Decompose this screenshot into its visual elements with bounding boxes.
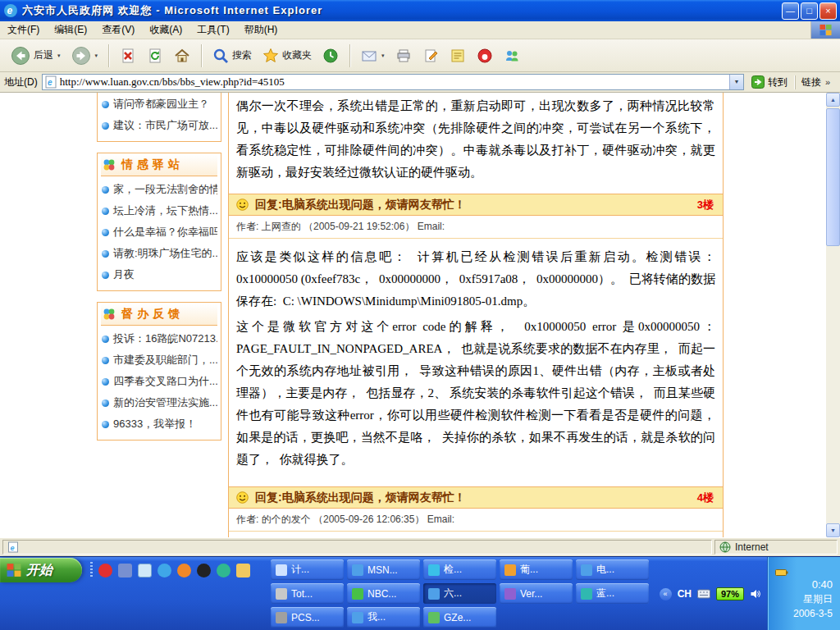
history-button[interactable] (318, 45, 343, 66)
sidebar-link[interactable]: 投诉：16路皖N07213... (101, 328, 217, 349)
ie-quicklaunch-icon[interactable] (158, 564, 171, 578)
fetion-icon[interactable] (98, 564, 112, 578)
clock-panel[interactable]: 0:40 星期日 2006-3-5 (767, 557, 840, 630)
task-button[interactable]: PCS... (271, 607, 344, 628)
section-header: 情感驿站 (101, 154, 217, 176)
address-bar: 地址(D) e http://www.luan.gov.cn/bbs/bbs_v… (0, 72, 840, 93)
show-desktop-icon[interactable] (138, 564, 152, 578)
notepad-button[interactable] (445, 45, 470, 66)
task-button[interactable]: 检... (423, 559, 496, 580)
back-dropdown-icon[interactable]: ▾ (57, 52, 61, 59)
task-icon (428, 564, 440, 576)
sidebar-link[interactable]: 市建委及职能部门，... (101, 349, 217, 371)
sidebar-link[interactable]: 四季春交叉路口为什... (101, 371, 217, 392)
menu-tools[interactable]: 工具(T) (189, 21, 236, 39)
search-button[interactable]: 搜索 (208, 45, 256, 66)
battery-indicator[interactable]: 97% (716, 587, 744, 600)
task-button[interactable]: 蓝... (576, 583, 649, 604)
sidebar-link[interactable]: 96333，我举报！ (101, 413, 217, 435)
sidebar-link[interactable]: 建议：市民广场可放... (101, 115, 217, 136)
messenger-icon (504, 48, 520, 64)
scroll-down-button[interactable]: ▼ (826, 523, 840, 537)
sidebar-link[interactable]: 请问帝都豪园业主？ (101, 94, 217, 115)
task-icon (504, 564, 516, 576)
address-dropdown-button[interactable]: ▼ (729, 75, 743, 89)
print-button[interactable] (391, 45, 416, 66)
reply-body-text: 偶尔一次不理会，系统出错是正常的，重新启动即可，出现次数多了，两种情况比较常见，… (229, 93, 723, 194)
mail-icon (361, 48, 377, 64)
tray-chevron-icon[interactable]: « (660, 588, 672, 600)
menu-view[interactable]: 查看(V) (94, 21, 142, 39)
sidebar-link[interactable]: 月夜 (101, 264, 217, 285)
task-icon (428, 612, 440, 623)
task-button[interactable]: 我... (347, 607, 420, 628)
bullet-icon (102, 122, 109, 130)
reply-floor-badge: 3楼 (697, 198, 716, 212)
folder-icon[interactable] (236, 564, 250, 578)
stop-button[interactable] (116, 45, 140, 66)
sidebar-link[interactable]: 请教:明珠广场住宅的... (101, 243, 217, 264)
task-button[interactable]: GZe... (423, 607, 496, 628)
task-button-active[interactable]: 六... (423, 583, 496, 604)
favorites-button[interactable]: 收藏夹 (258, 45, 316, 66)
window-controls: — □ × (782, 2, 837, 20)
smiley-icon (235, 491, 249, 504)
menu-edit[interactable]: 编辑(E) (47, 21, 94, 39)
volume-icon[interactable] (750, 588, 761, 600)
task-button[interactable]: MSN... (347, 559, 420, 580)
start-button[interactable]: 开始 (0, 558, 82, 582)
sidebar-link[interactable]: 坛上冷清，坛下热情... (101, 200, 217, 221)
refresh-button[interactable] (143, 45, 167, 66)
task-button[interactable]: NBC... (347, 583, 420, 604)
toolbar-grip[interactable] (90, 562, 93, 578)
section-title: 情感驿站 (121, 158, 184, 172)
reply-author-line: 作者: 的个的发个 （2005-09-26 12:06:35） Email: (229, 509, 723, 532)
vertical-scrollbar[interactable]: ▲ ▼ (826, 93, 840, 537)
task-button[interactable]: Tot... (271, 583, 344, 604)
back-button[interactable]: 后退 ▾ (7, 43, 65, 68)
sidebar-section-feedback: 督办反馈 投诉：16路皖N07213... 市建委及职能部门，... 四季春交叉… (97, 302, 221, 441)
qq-button[interactable] (472, 45, 497, 66)
menu-favorites[interactable]: 收藏(A) (142, 21, 189, 39)
maximize-button[interactable]: □ (801, 2, 818, 20)
address-input[interactable]: e http://www.luan.gov.cn/bbs/bbs_view.ph… (42, 74, 744, 90)
menu-bar: 文件(F) 编辑(E) 查看(V) 收藏(A) 工具(T) 帮助(H) (0, 21, 840, 39)
links-chevron-icon[interactable]: » (825, 77, 830, 87)
forward-dropdown-icon[interactable]: ▾ (95, 52, 98, 59)
sidebar-link[interactable]: 什么是幸福？你幸福吗？ (101, 221, 217, 243)
mail-dropdown-icon[interactable]: ▾ (381, 52, 385, 59)
scrollbar-thumb[interactable] (826, 108, 840, 246)
qq-penguin-icon[interactable] (197, 564, 211, 578)
close-button[interactable]: × (819, 2, 837, 20)
links-bar[interactable]: 链接 » (795, 75, 836, 89)
language-indicator[interactable]: CH (678, 588, 692, 600)
minimize-button[interactable]: — (782, 2, 799, 20)
go-button[interactable]: 转到 (748, 75, 791, 90)
windows-logo-icon (810, 21, 840, 39)
task-icon (581, 564, 592, 576)
msn-icon[interactable] (217, 564, 231, 578)
start-label: 开始 (26, 562, 52, 579)
scroll-up-button[interactable]: ▲ (826, 93, 840, 107)
sidebar-link[interactable]: 家，一段无法割舍的情感 (101, 179, 217, 200)
menu-help[interactable]: 帮助(H) (237, 21, 285, 39)
sidebar-link[interactable]: 新的治安管理法实施... (101, 392, 217, 413)
floppy-save-icon[interactable] (118, 564, 132, 578)
task-button[interactable]: 电... (576, 559, 649, 580)
messenger-button[interactable] (500, 45, 524, 66)
task-icon (581, 588, 592, 600)
mail-button[interactable]: ▾ (357, 45, 389, 66)
tray-battery-icon (775, 568, 788, 577)
task-button[interactable]: 葡... (500, 559, 573, 580)
menu-file[interactable]: 文件(F) (0, 21, 47, 39)
task-button[interactable]: 计... (271, 559, 344, 580)
task-button[interactable]: Ver... (500, 583, 573, 604)
home-button[interactable] (170, 45, 194, 66)
forward-button[interactable]: ▾ (67, 43, 103, 68)
ime-keyboard-icon[interactable] (697, 589, 710, 599)
media-player-icon[interactable] (177, 564, 191, 578)
bullet-icon (102, 421, 109, 428)
clock-date: 2006-3-5 (793, 608, 833, 619)
taskbar: 开始 计... MSN... 检... 葡... 电... Tot... NBC… (0, 556, 840, 630)
edit-button[interactable] (418, 45, 443, 66)
